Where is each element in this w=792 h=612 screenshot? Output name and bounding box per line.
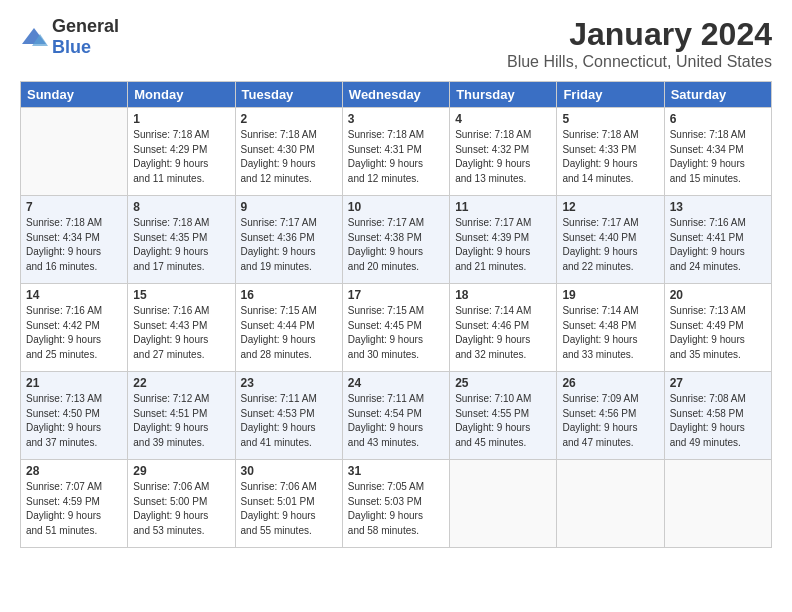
day-number: 2 (241, 112, 337, 126)
title-block: January 2024 Blue Hills, Connecticut, Un… (507, 16, 772, 71)
calendar-cell: 24Sunrise: 7:11 AMSunset: 4:54 PMDayligh… (342, 372, 449, 460)
calendar-cell: 14Sunrise: 7:16 AMSunset: 4:42 PMDayligh… (21, 284, 128, 372)
day-info: Sunrise: 7:17 AMSunset: 4:36 PMDaylight:… (241, 216, 337, 274)
day-info: Sunrise: 7:16 AMSunset: 4:42 PMDaylight:… (26, 304, 122, 362)
logo-text: General Blue (52, 16, 119, 58)
day-number: 10 (348, 200, 444, 214)
day-info: Sunrise: 7:15 AMSunset: 4:44 PMDaylight:… (241, 304, 337, 362)
calendar-cell (450, 460, 557, 548)
day-number: 15 (133, 288, 229, 302)
calendar-cell: 10Sunrise: 7:17 AMSunset: 4:38 PMDayligh… (342, 196, 449, 284)
day-number: 24 (348, 376, 444, 390)
day-info: Sunrise: 7:17 AMSunset: 4:39 PMDaylight:… (455, 216, 551, 274)
day-number: 22 (133, 376, 229, 390)
weekday-header-monday: Monday (128, 82, 235, 108)
calendar-cell (664, 460, 771, 548)
calendar-cell: 26Sunrise: 7:09 AMSunset: 4:56 PMDayligh… (557, 372, 664, 460)
day-info: Sunrise: 7:14 AMSunset: 4:48 PMDaylight:… (562, 304, 658, 362)
calendar-cell: 5Sunrise: 7:18 AMSunset: 4:33 PMDaylight… (557, 108, 664, 196)
day-number: 18 (455, 288, 551, 302)
day-number: 8 (133, 200, 229, 214)
calendar-cell: 1Sunrise: 7:18 AMSunset: 4:29 PMDaylight… (128, 108, 235, 196)
day-info: Sunrise: 7:07 AMSunset: 4:59 PMDaylight:… (26, 480, 122, 538)
weekday-header-tuesday: Tuesday (235, 82, 342, 108)
calendar-cell: 12Sunrise: 7:17 AMSunset: 4:40 PMDayligh… (557, 196, 664, 284)
day-number: 27 (670, 376, 766, 390)
day-number: 5 (562, 112, 658, 126)
page-container: General Blue January 2024 Blue Hills, Co… (0, 0, 792, 558)
day-info: Sunrise: 7:15 AMSunset: 4:45 PMDaylight:… (348, 304, 444, 362)
day-number: 26 (562, 376, 658, 390)
calendar-cell: 22Sunrise: 7:12 AMSunset: 4:51 PMDayligh… (128, 372, 235, 460)
calendar-cell: 28Sunrise: 7:07 AMSunset: 4:59 PMDayligh… (21, 460, 128, 548)
day-number: 19 (562, 288, 658, 302)
day-info: Sunrise: 7:18 AMSunset: 4:35 PMDaylight:… (133, 216, 229, 274)
calendar-header-row: SundayMondayTuesdayWednesdayThursdayFrid… (21, 82, 772, 108)
day-number: 21 (26, 376, 122, 390)
day-number: 29 (133, 464, 229, 478)
calendar-cell: 29Sunrise: 7:06 AMSunset: 5:00 PMDayligh… (128, 460, 235, 548)
calendar-cell: 9Sunrise: 7:17 AMSunset: 4:36 PMDaylight… (235, 196, 342, 284)
header: General Blue January 2024 Blue Hills, Co… (20, 16, 772, 71)
calendar-cell (21, 108, 128, 196)
day-number: 17 (348, 288, 444, 302)
day-info: Sunrise: 7:05 AMSunset: 5:03 PMDaylight:… (348, 480, 444, 538)
logo: General Blue (20, 16, 119, 58)
day-info: Sunrise: 7:06 AMSunset: 5:01 PMDaylight:… (241, 480, 337, 538)
day-number: 1 (133, 112, 229, 126)
day-info: Sunrise: 7:06 AMSunset: 5:00 PMDaylight:… (133, 480, 229, 538)
calendar-cell: 6Sunrise: 7:18 AMSunset: 4:34 PMDaylight… (664, 108, 771, 196)
calendar-cell: 19Sunrise: 7:14 AMSunset: 4:48 PMDayligh… (557, 284, 664, 372)
calendar-cell: 25Sunrise: 7:10 AMSunset: 4:55 PMDayligh… (450, 372, 557, 460)
calendar-cell: 4Sunrise: 7:18 AMSunset: 4:32 PMDaylight… (450, 108, 557, 196)
day-number: 3 (348, 112, 444, 126)
day-number: 23 (241, 376, 337, 390)
calendar-cell: 3Sunrise: 7:18 AMSunset: 4:31 PMDaylight… (342, 108, 449, 196)
day-info: Sunrise: 7:16 AMSunset: 4:41 PMDaylight:… (670, 216, 766, 274)
logo-general: General (52, 16, 119, 36)
calendar-cell: 8Sunrise: 7:18 AMSunset: 4:35 PMDaylight… (128, 196, 235, 284)
day-number: 4 (455, 112, 551, 126)
calendar-cell: 7Sunrise: 7:18 AMSunset: 4:34 PMDaylight… (21, 196, 128, 284)
calendar-cell: 31Sunrise: 7:05 AMSunset: 5:03 PMDayligh… (342, 460, 449, 548)
day-number: 31 (348, 464, 444, 478)
day-info: Sunrise: 7:18 AMSunset: 4:30 PMDaylight:… (241, 128, 337, 186)
calendar-cell: 23Sunrise: 7:11 AMSunset: 4:53 PMDayligh… (235, 372, 342, 460)
day-number: 28 (26, 464, 122, 478)
calendar-cell: 17Sunrise: 7:15 AMSunset: 4:45 PMDayligh… (342, 284, 449, 372)
day-info: Sunrise: 7:13 AMSunset: 4:50 PMDaylight:… (26, 392, 122, 450)
day-number: 9 (241, 200, 337, 214)
day-info: Sunrise: 7:08 AMSunset: 4:58 PMDaylight:… (670, 392, 766, 450)
day-info: Sunrise: 7:13 AMSunset: 4:49 PMDaylight:… (670, 304, 766, 362)
logo-blue: Blue (52, 37, 91, 57)
day-number: 12 (562, 200, 658, 214)
calendar-cell (557, 460, 664, 548)
weekday-header-thursday: Thursday (450, 82, 557, 108)
logo-icon (20, 26, 48, 48)
calendar-week-row: 28Sunrise: 7:07 AMSunset: 4:59 PMDayligh… (21, 460, 772, 548)
day-number: 6 (670, 112, 766, 126)
weekday-header-saturday: Saturday (664, 82, 771, 108)
day-info: Sunrise: 7:18 AMSunset: 4:34 PMDaylight:… (26, 216, 122, 274)
day-info: Sunrise: 7:16 AMSunset: 4:43 PMDaylight:… (133, 304, 229, 362)
day-number: 11 (455, 200, 551, 214)
day-info: Sunrise: 7:10 AMSunset: 4:55 PMDaylight:… (455, 392, 551, 450)
month-title: January 2024 (507, 16, 772, 53)
calendar-cell: 21Sunrise: 7:13 AMSunset: 4:50 PMDayligh… (21, 372, 128, 460)
location-title: Blue Hills, Connecticut, United States (507, 53, 772, 71)
day-number: 20 (670, 288, 766, 302)
day-number: 30 (241, 464, 337, 478)
weekday-header-wednesday: Wednesday (342, 82, 449, 108)
calendar-cell: 11Sunrise: 7:17 AMSunset: 4:39 PMDayligh… (450, 196, 557, 284)
day-info: Sunrise: 7:09 AMSunset: 4:56 PMDaylight:… (562, 392, 658, 450)
day-number: 13 (670, 200, 766, 214)
day-info: Sunrise: 7:11 AMSunset: 4:53 PMDaylight:… (241, 392, 337, 450)
calendar-cell: 20Sunrise: 7:13 AMSunset: 4:49 PMDayligh… (664, 284, 771, 372)
day-number: 25 (455, 376, 551, 390)
calendar-cell: 16Sunrise: 7:15 AMSunset: 4:44 PMDayligh… (235, 284, 342, 372)
calendar-cell: 15Sunrise: 7:16 AMSunset: 4:43 PMDayligh… (128, 284, 235, 372)
day-number: 7 (26, 200, 122, 214)
day-info: Sunrise: 7:18 AMSunset: 4:34 PMDaylight:… (670, 128, 766, 186)
calendar-cell: 13Sunrise: 7:16 AMSunset: 4:41 PMDayligh… (664, 196, 771, 284)
calendar-week-row: 21Sunrise: 7:13 AMSunset: 4:50 PMDayligh… (21, 372, 772, 460)
